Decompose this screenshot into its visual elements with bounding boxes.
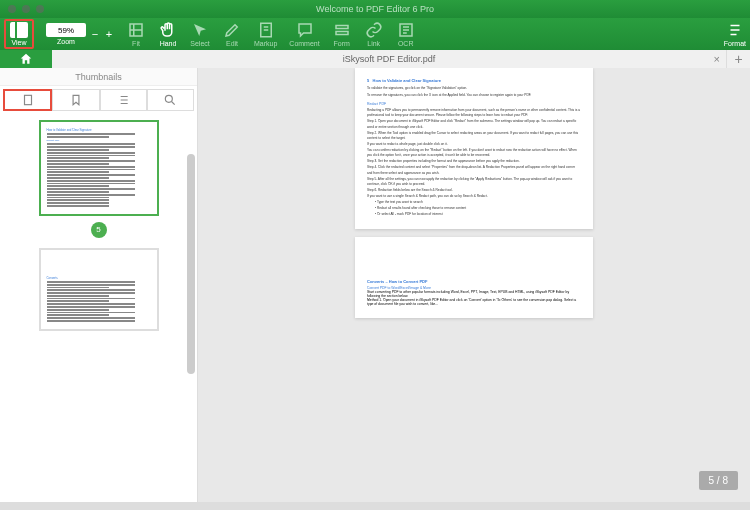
page-canvas[interactable]: 5 How to Validate and Clear Signature To… xyxy=(198,68,750,502)
document-tab[interactable]: iSkysoft PDF Editor.pdf × xyxy=(52,50,726,68)
horizontal-scrollbar[interactable] xyxy=(0,502,750,510)
close-tab-icon[interactable]: × xyxy=(714,53,720,65)
thumbnail-5[interactable]: How to Validate and Clear Signature Reda… xyxy=(39,120,159,216)
sidebar-header: Thumbnails xyxy=(0,68,197,86)
search-icon xyxy=(163,93,177,107)
zoom-controls: Zoom − + xyxy=(42,23,114,45)
format-tool[interactable]: Format xyxy=(724,21,746,47)
fit-tool[interactable]: Fit xyxy=(126,21,146,47)
list-icon xyxy=(116,93,130,107)
link-tool[interactable]: Link xyxy=(364,21,384,47)
page-badge-5: 5 xyxy=(91,222,107,238)
page-indicator: 5 / 8 xyxy=(699,471,738,490)
markup-tool[interactable]: Markup xyxy=(254,21,277,47)
comment-tool[interactable]: Comment xyxy=(289,21,319,47)
zoom-out-button[interactable]: − xyxy=(90,28,100,40)
page-6: Converts – How to Convert PDF Convert PD… xyxy=(355,237,593,318)
view-icon xyxy=(10,22,28,38)
view-label: View xyxy=(11,39,26,46)
svg-rect-3 xyxy=(336,32,348,35)
max-dot[interactable] xyxy=(36,5,44,13)
page-icon xyxy=(21,93,35,107)
welcome-text: Welcome to PDF Editor 6 Pro xyxy=(316,4,434,14)
sidebar-scrollbar[interactable] xyxy=(187,154,195,374)
min-dot[interactable] xyxy=(22,5,30,13)
bookmarks-tab[interactable] xyxy=(52,89,99,111)
search-tab[interactable] xyxy=(147,89,194,111)
hand-tool[interactable]: Hand xyxy=(158,21,178,47)
thumbnail-6[interactable]: Converts xyxy=(39,248,159,331)
svg-rect-2 xyxy=(336,26,348,29)
edit-tool[interactable]: Edit xyxy=(222,21,242,47)
titlebar: Welcome to PDF Editor 6 Pro xyxy=(0,0,750,18)
home-tab[interactable] xyxy=(0,50,52,68)
zoom-label: Zoom xyxy=(57,38,75,45)
select-tool[interactable]: Select xyxy=(190,21,210,47)
outline-tab[interactable] xyxy=(100,89,147,111)
zoom-select[interactable] xyxy=(46,23,86,37)
view-button[interactable]: View xyxy=(4,19,34,49)
bookmark-icon xyxy=(69,93,83,107)
ocr-tool[interactable]: OCR xyxy=(396,21,416,47)
main-toolbar: View Zoom − + Fit Hand Select Edit Marku… xyxy=(0,18,750,50)
window-controls[interactable] xyxy=(8,5,44,13)
document-tab-title: iSkysoft PDF Editor.pdf xyxy=(343,54,436,64)
home-icon xyxy=(19,52,33,66)
form-tool[interactable]: Form xyxy=(332,21,352,47)
sidebar-tabs xyxy=(0,86,197,114)
sidebar: Thumbnails How to Validate and Clear Sig… xyxy=(0,68,198,502)
close-dot[interactable] xyxy=(8,5,16,13)
thumbnails-tab[interactable] xyxy=(3,89,52,111)
svg-rect-5 xyxy=(24,95,31,104)
workspace: Thumbnails How to Validate and Clear Sig… xyxy=(0,68,750,502)
thumbnail-list[interactable]: How to Validate and Clear Signature Reda… xyxy=(0,114,197,502)
page-5: 5 How to Validate and Clear Signature To… xyxy=(355,68,593,229)
zoom-in-button[interactable]: + xyxy=(104,28,114,40)
tab-bar: iSkysoft PDF Editor.pdf × + xyxy=(0,50,750,68)
svg-point-6 xyxy=(166,95,173,102)
new-tab-button[interactable]: + xyxy=(726,50,750,68)
